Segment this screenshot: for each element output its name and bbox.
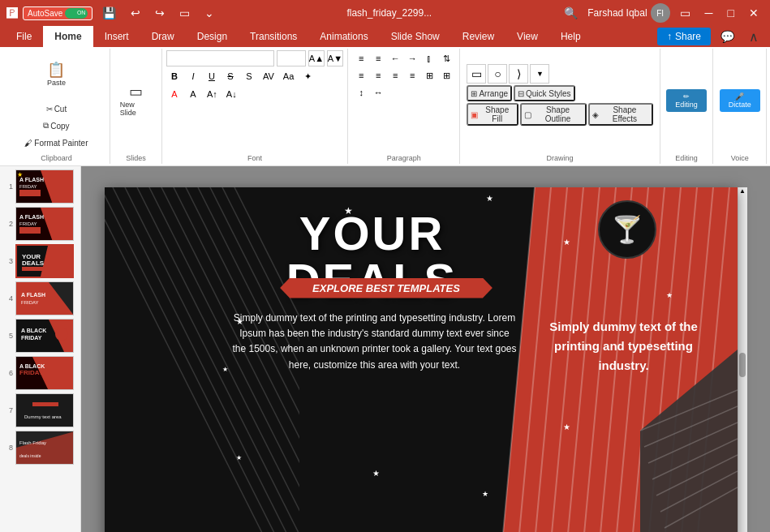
numbering-button[interactable]: ≡ [370, 50, 386, 66]
shapes-more-button[interactable]: ▼ [530, 64, 549, 84]
ribbon-collapse-button[interactable]: ∧ [744, 28, 764, 46]
clear-format-button[interactable]: ✦ [299, 68, 316, 84]
font-size-input[interactable]: 16 [277, 50, 306, 66]
undo-button[interactable]: ↩ [126, 5, 145, 21]
font-name-input[interactable] [166, 50, 274, 66]
font-increase-button[interactable]: A▲ [308, 50, 325, 66]
new-slide-button[interactable]: ▭ New Slide [117, 76, 155, 125]
strikethrough-button[interactable]: S [222, 68, 239, 84]
maximize-button[interactable]: □ [723, 5, 739, 21]
decrease-indent-button[interactable]: ← [387, 50, 403, 66]
autosave-switch[interactable] [65, 8, 88, 19]
tab-draw[interactable]: Draw [140, 26, 186, 47]
smartart-button[interactable]: ⊞ [438, 67, 454, 84]
tab-file[interactable]: File [5, 26, 43, 47]
underline-button[interactable]: U [204, 68, 220, 84]
slide-right-text[interactable]: Simply dummy text of the printing and ty… [535, 317, 713, 375]
slide-img-1[interactable]: ★ A FLASH FRIDAY [15, 169, 74, 204]
subtitle-banner[interactable]: EXPLORE BEST TEMPLATES [247, 277, 527, 299]
slide-thumb-8[interactable]: 8 Flash Friday deals inside [3, 431, 77, 465]
slide-thumb-4[interactable]: 4 A FLASH FRIDAY [3, 281, 77, 315]
v-scrollbar[interactable]: ▲ ▼ [738, 187, 747, 532]
tab-review[interactable]: Review [451, 26, 505, 47]
tab-help[interactable]: Help [549, 26, 592, 47]
center-button[interactable]: ≡ [370, 67, 386, 84]
cut-button[interactable]: ✂ Cut [22, 101, 90, 117]
align-right-button[interactable]: ≡ [387, 67, 403, 84]
comment-button[interactable]: 💬 [716, 28, 739, 45]
tab-design[interactable]: Design [186, 26, 239, 47]
align-left-button[interactable]: ≡ [353, 67, 369, 84]
slide-thumb-6[interactable]: 6 A BLACK FRIDAY [3, 356, 77, 390]
arrange-label: Arrange [479, 89, 508, 98]
tab-animations[interactable]: Animations [308, 26, 379, 47]
quick-styles-button[interactable]: ⊟ Quick Styles [514, 85, 575, 101]
line-spacing-button[interactable]: ↕ [353, 84, 369, 101]
font-size-up-button[interactable]: A↑ [204, 86, 221, 102]
text-direction-button[interactable]: ⇅ [438, 50, 454, 66]
redo-button[interactable]: ↪ [150, 5, 170, 21]
highlight-button[interactable]: A [185, 86, 201, 102]
copy-button[interactable]: ⧉ Copy [22, 118, 90, 134]
shadow-button[interactable]: S [241, 68, 257, 84]
para-spacing-button[interactable]: ↔ [370, 84, 386, 101]
save-button[interactable]: 💾 [97, 5, 121, 21]
shape-1[interactable]: ▭ [467, 64, 486, 84]
scroll-up-button[interactable]: ▲ [739, 187, 746, 195]
slide-img-3[interactable]: YOUR DEALS [15, 244, 74, 278]
columns-button[interactable]: ⫿ [421, 50, 437, 66]
tab-insert[interactable]: Insert [93, 26, 140, 47]
clipboard-label: Clipboard [3, 154, 110, 162]
change-case-button[interactable]: Aa [280, 68, 297, 84]
arrange-button[interactable]: ⊞ Arrange [467, 85, 512, 101]
slide-thumb-3[interactable]: 3 YOUR DEALS [3, 244, 77, 278]
slide-img-8[interactable]: Flash Friday deals inside [15, 431, 74, 465]
justify-button[interactable]: ≡ [404, 67, 420, 84]
font-size-down-button[interactable]: A↓ [223, 86, 240, 102]
slide-body[interactable]: Simply dummy text of the printing and ty… [225, 311, 525, 373]
slide-img-6[interactable]: A BLACK FRIDAY [15, 356, 74, 390]
char-spacing-button[interactable]: AV [260, 68, 277, 84]
slide-thumb-7[interactable]: 7 Dummy text area [3, 393, 77, 427]
slide-thumb-1[interactable]: 1 ★ A FLASH FRIDAY [3, 169, 77, 204]
more-button[interactable]: ⌄ [200, 5, 219, 21]
tab-slideshow[interactable]: Slide Show [380, 26, 451, 47]
tab-home[interactable]: Home [43, 26, 92, 47]
bold-button[interactable]: B [166, 68, 183, 84]
close-button[interactable]: ✕ [744, 5, 764, 21]
shape-fill-button[interactable]: ▣ Shape Fill [467, 103, 518, 126]
new-slide-label: New Slide [120, 101, 152, 117]
tab-transitions[interactable]: Transitions [239, 26, 308, 47]
shape-2[interactable]: ○ [488, 64, 507, 84]
present-button[interactable]: ▭ [174, 5, 195, 21]
autosave-toggle[interactable]: AutoSave [23, 6, 92, 20]
ribbon-display-button[interactable]: ▭ [675, 5, 695, 21]
slide-canvas[interactable]: 🍸 YOUR DEALS EXPLORE BEST TEMPLATES Simp… [105, 187, 738, 532]
paste-button[interactable]: 📋 Paste [43, 50, 69, 99]
tab-view[interactable]: View [505, 26, 549, 47]
align-text-button[interactable]: ⊞ [421, 67, 437, 84]
slide-img-7[interactable]: Dummy text area [15, 393, 74, 427]
font-decrease-button[interactable]: A▼ [327, 50, 343, 66]
arrange-icon: ⊞ [471, 89, 477, 98]
shape-outline-button[interactable]: ▢ Shape Outline [520, 103, 587, 126]
font-color-button[interactable]: A [166, 86, 183, 102]
editing-mode-button[interactable]: ✏ Editing [666, 89, 707, 112]
shape-3[interactable]: ⟩ [509, 64, 528, 84]
thumb-2-svg: A FLASH FRIDAY [16, 208, 74, 241]
search-button[interactable]: 🔍 [559, 5, 583, 21]
dictate-button[interactable]: 🎤 Dictate [720, 89, 760, 112]
bullets-button[interactable]: ≡ [353, 50, 369, 66]
shape-effects-button[interactable]: ◈ Shape Effects [588, 103, 653, 126]
share-button[interactable]: ↑ Share [657, 28, 711, 45]
slide-thumb-5[interactable]: 5 A BLACK FRIDAY [3, 319, 77, 353]
slide-img-5[interactable]: A BLACK FRIDAY [15, 319, 74, 353]
minimize-button[interactable]: ─ [700, 5, 718, 21]
format-painter-button[interactable]: 🖌 Format Painter [22, 135, 90, 151]
slide-img-2[interactable]: A FLASH FRIDAY [15, 207, 74, 241]
increase-indent-button[interactable]: → [404, 50, 420, 66]
slide-img-4[interactable]: A FLASH FRIDAY [15, 281, 74, 315]
scroll-thumb[interactable] [739, 353, 746, 377]
italic-button[interactable]: I [185, 68, 201, 84]
slide-thumb-2[interactable]: 2 A FLASH FRIDAY [3, 207, 77, 241]
